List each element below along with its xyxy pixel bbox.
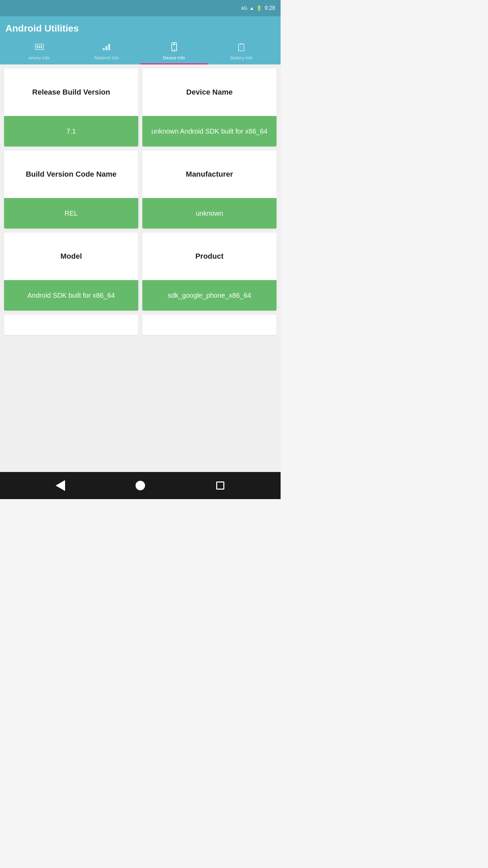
device-info-grid: Release Build Version 7.1 Device Name un…: [4, 68, 277, 335]
device-name-value: unknown Android SDK built for x86_64: [142, 116, 277, 146]
partial-card-right: [142, 315, 277, 335]
release-build-title: Release Build Version: [4, 68, 138, 116]
svg-point-10: [174, 49, 175, 50]
model-value: Android SDK built for x86_64: [4, 280, 138, 311]
svg-rect-2: [39, 45, 40, 48]
memory-icon: [35, 42, 44, 54]
tab-battery[interactable]: ! Battery Info: [208, 39, 275, 64]
model-card: Model Android SDK built for x86_64: [4, 233, 138, 311]
device-tab-icon: [169, 42, 179, 54]
tab-device-label: Device Info: [163, 55, 185, 60]
network-indicator: 4G ▲ 🔋: [241, 5, 262, 11]
device-name-title: Device Name: [142, 68, 277, 116]
back-icon: [56, 480, 65, 491]
svg-rect-12: [240, 43, 242, 44]
svg-marker-5: [105, 46, 107, 50]
svg-rect-11: [239, 44, 244, 51]
home-button[interactable]: [132, 477, 148, 494]
svg-text:!: !: [109, 43, 110, 46]
release-build-value: 7.1: [4, 116, 138, 146]
app-bar: Android Utilities emory Info !: [0, 16, 281, 64]
battery-icon: 🔋: [256, 5, 262, 11]
device-name-card: Device Name unknown Android SDK built fo…: [142, 68, 277, 146]
svg-rect-1: [37, 45, 38, 48]
product-card: Product sdk_google_phone_x86_64: [142, 233, 277, 311]
tab-device[interactable]: Device Info: [140, 39, 208, 64]
product-value: sdk_google_phone_x86_64: [142, 280, 277, 311]
svg-rect-3: [41, 45, 42, 48]
partial-card-left-title: [4, 315, 138, 335]
bottom-navigation: [0, 472, 281, 499]
build-version-code-value: REL: [4, 198, 138, 229]
content-area: Release Build Version 7.1 Device Name un…: [0, 64, 281, 472]
network-tab-icon: !: [102, 42, 111, 54]
model-title: Model: [4, 233, 138, 280]
partial-card-left: [4, 315, 138, 335]
tab-network[interactable]: ! Network Info: [73, 39, 140, 64]
build-version-code-card: Build Version Code Name REL: [4, 151, 138, 229]
tab-memory[interactable]: emory Info: [5, 39, 73, 64]
signal-icon: ▲: [249, 5, 254, 11]
4g-icon: 4G: [241, 5, 247, 11]
battery-tab-icon: !: [237, 42, 246, 54]
manufacturer-title: Manufacturer: [142, 151, 277, 198]
time-display: 9:28: [265, 5, 275, 11]
partial-card-right-title: [142, 315, 277, 335]
tab-battery-label: Battery Info: [230, 55, 252, 60]
back-button[interactable]: [52, 477, 68, 494]
release-build-card: Release Build Version 7.1: [4, 68, 138, 146]
tab-network-label: Network Info: [94, 55, 119, 60]
svg-text:!: !: [240, 46, 241, 50]
app-title: Android Utilities: [5, 23, 275, 34]
svg-rect-9: [173, 44, 175, 45]
recents-icon: [216, 481, 224, 490]
recents-button[interactable]: [212, 477, 228, 494]
tab-memory-label: emory Info: [29, 55, 49, 60]
manufacturer-card: Manufacturer unknown: [142, 151, 277, 229]
status-bar: 4G ▲ 🔋 9:28: [0, 0, 281, 16]
tab-bar: emory Info ! Network Info De: [5, 39, 275, 64]
svg-marker-4: [103, 48, 105, 50]
build-version-code-title: Build Version Code Name: [4, 151, 138, 198]
manufacturer-value: unknown: [142, 198, 277, 229]
product-title: Product: [142, 233, 277, 280]
home-icon: [136, 481, 145, 490]
